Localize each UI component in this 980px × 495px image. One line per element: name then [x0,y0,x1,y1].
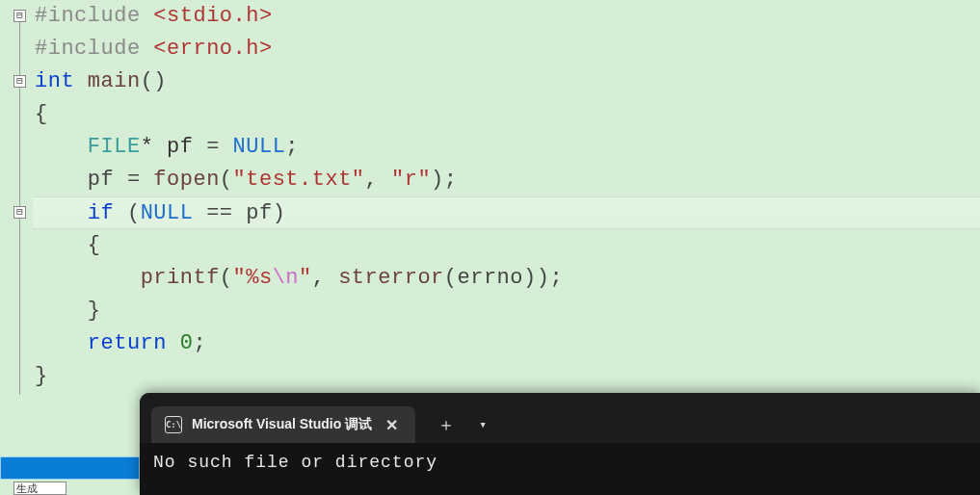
console-output-line: No such file or directory [153,453,980,472]
code-line[interactable]: int main() [33,65,980,98]
string-literal: "r" [391,168,431,192]
code-line[interactable]: { [33,98,980,131]
code-line-current[interactable]: if (NULL == pf) [33,196,980,229]
number-literal: 0 [180,331,194,355]
ident-errno: errno [458,266,524,290]
fold-toggle-icon[interactable]: ⊟ [13,206,26,219]
fold-toggle-icon[interactable]: ⊟ [13,10,26,22]
new-tab-button[interactable]: ＋ [429,407,464,442]
include-target: <stdio.h> [153,4,272,28]
output-panel-header[interactable] [0,456,140,480]
code-line[interactable]: } [33,295,980,327]
escape-sequence: \n [273,266,299,290]
function-main: main [88,69,141,93]
output-dropdown[interactable]: 生成 [13,482,66,495]
type-file: FILE [88,135,141,159]
close-icon[interactable]: ✕ [382,416,402,434]
function-strerror: strerror [338,266,444,290]
code-line[interactable]: FILE* pf = NULL; [33,131,980,164]
tab-dropdown-button[interactable]: ▾ [465,407,500,442]
keyword-int: int [35,69,74,93]
code-text-area[interactable]: #include <stdio.h> #include <errno.h> in… [33,0,980,393]
function-fopen: fopen [153,168,220,192]
console-output[interactable]: No such file or directory [153,453,980,472]
null-literal: NULL [233,135,286,159]
cmd-icon: C:\ [165,416,182,433]
keyword-return: return [88,331,167,355]
fold-guide [19,88,20,211]
keyword-if: if [88,201,114,225]
gutter: ⊟ ⊟ ⊟ [0,0,31,404]
console-tab-bar: C:\ Microsoft Visual Studio 调试 ✕ ＋ ▾ [140,393,980,443]
function-printf: printf [141,266,220,290]
fold-guide [19,219,20,395]
code-line[interactable]: { [33,229,980,262]
code-line[interactable]: return 0; [33,327,980,360]
code-line[interactable]: } [33,360,980,393]
code-line[interactable]: pf = fopen("test.txt", "r"); [33,164,980,196]
preproc-directive: #include [35,4,141,28]
include-target: <errno.h> [153,37,272,61]
fold-guide [19,22,20,75]
console-tab-actions: ＋ ▾ [429,407,500,442]
string-literal: "test.txt" [233,168,365,192]
code-line[interactable]: printf("%s\n", strerror(errno)); [33,262,980,295]
code-editor: ⊟ ⊟ ⊟ #include <stdio.h> #include <errno… [0,0,980,495]
console-tab-title: Microsoft Visual Studio 调试 [192,416,372,433]
null-literal: NULL [141,201,194,225]
fold-toggle-icon[interactable]: ⊟ [13,75,26,88]
code-line[interactable]: #include <errno.h> [33,33,980,65]
code-line[interactable]: #include <stdio.h> [33,0,980,33]
console-tab-active[interactable]: C:\ Microsoft Visual Studio 调试 ✕ [151,406,415,443]
debug-console-window: C:\ Microsoft Visual Studio 调试 ✕ ＋ ▾ No … [140,393,980,495]
preproc-directive: #include [35,37,141,61]
